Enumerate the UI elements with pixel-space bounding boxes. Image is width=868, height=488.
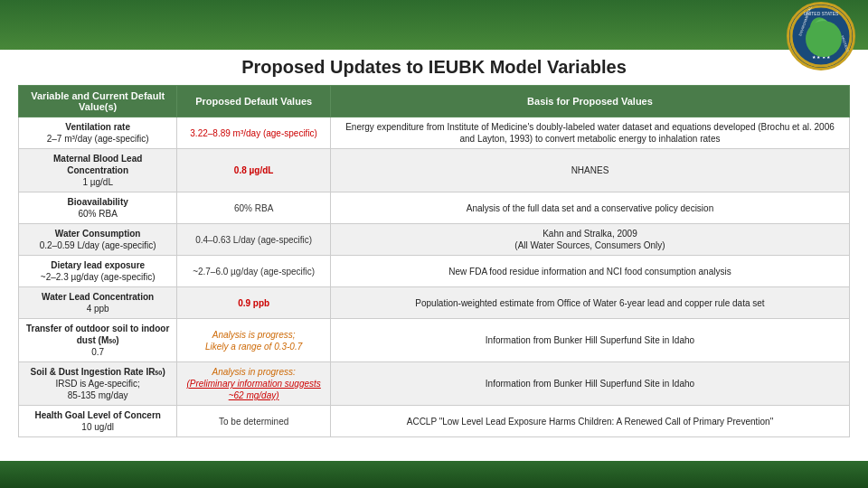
cell-basis-5: Population-weighted estimate from Office… xyxy=(330,287,849,319)
table-row: Water Lead Concentration4 ppb0.9 ppbPopu… xyxy=(19,287,850,319)
cell-proposed-0: 3.22–8.89 m³/day (age-specific) xyxy=(177,117,331,149)
col-header-variable: Variable and Current Default Value(s) xyxy=(19,86,177,117)
background-bottom xyxy=(0,461,868,488)
cell-variable-3: Water Consumption0.2–0.59 L/day (age-spe… xyxy=(19,224,177,256)
cell-basis-6: Information from Bunker Hill Superfund S… xyxy=(330,319,849,362)
main-content: Proposed Updates to IEUBK Model Variable… xyxy=(0,50,868,461)
cell-basis-4: New FDA food residue information and NCI… xyxy=(330,256,849,287)
svg-text:★ ★ ★ ★: ★ ★ ★ ★ xyxy=(812,54,831,60)
cell-variable-8: Health Goal Level of Concern10 ug/dl xyxy=(19,406,177,437)
cell-basis-1: NHANES xyxy=(330,149,849,192)
page-title: Proposed Updates to IEUBK Model Variable… xyxy=(18,57,850,78)
cell-variable-4: Dietary lead exposure~2–2.3 µg/day (age-… xyxy=(19,256,177,287)
epa-logo: ★ ★ ★ ★ UNITED STATES ENVIRONMENTAL PROT… xyxy=(787,2,859,74)
cell-proposed-4: ~2.7–6.0 µg/day (age-specific) xyxy=(177,256,331,287)
main-table: Variable and Current Default Value(s) Pr… xyxy=(18,85,850,437)
cell-variable-6: Transfer of outdoor soil to indoor dust … xyxy=(19,319,177,362)
cell-proposed-2: 60% RBA xyxy=(177,192,331,224)
svg-text:AGENCY: AGENCY xyxy=(811,47,831,52)
table-row: Health Goal Level of Concern10 ug/dlTo b… xyxy=(19,406,850,437)
cell-variable-2: Bioavailability60% RBA xyxy=(19,192,177,224)
table-row: Maternal Blood Lead Concentration1 µg/dL… xyxy=(19,149,850,192)
cell-basis-8: ACCLP "Low Level Lead Exposure Harms Chi… xyxy=(330,406,849,437)
cell-basis-0: Energy expenditure from Institute of Med… xyxy=(330,117,849,149)
col-header-proposed: Proposed Default Values xyxy=(177,86,331,117)
cell-basis-7: Information from Bunker Hill Superfund S… xyxy=(330,362,849,406)
cell-variable-0: Ventilation rate2–7 m³/day (age-specific… xyxy=(19,117,177,149)
cell-variable-5: Water Lead Concentration4 ppb xyxy=(19,287,177,319)
cell-basis-3: Kahn and Stralka, 2009(All Water Sources… xyxy=(330,224,849,256)
col-header-basis: Basis for Proposed Values xyxy=(330,86,849,117)
cell-proposed-7: Analysis in progress:(Preliminary inform… xyxy=(177,362,331,406)
cell-variable-1: Maternal Blood Lead Concentration1 µg/dL xyxy=(19,149,177,192)
cell-proposed-1: 0.8 µg/dL xyxy=(177,149,331,192)
cell-basis-2: Analysis of the full data set and a cons… xyxy=(330,192,849,224)
table-row: Transfer of outdoor soil to indoor dust … xyxy=(19,319,850,362)
table-row: Ventilation rate2–7 m³/day (age-specific… xyxy=(19,117,850,149)
cell-proposed-6: Analysis is progress;Likely a range of 0… xyxy=(177,319,331,362)
table-row: Soil & Dust Ingestion Rate IR₅₀)IRSD is … xyxy=(19,362,850,406)
cell-variable-7: Soil & Dust Ingestion Rate IR₅₀)IRSD is … xyxy=(19,362,177,406)
cell-proposed-3: 0.4–0.63 L/day (age-specific) xyxy=(177,224,331,256)
cell-proposed-8: To be determined xyxy=(177,406,331,437)
table-row: Water Consumption0.2–0.59 L/day (age-spe… xyxy=(19,224,850,256)
table-row: Bioavailability60% RBA60% RBAAnalysis of… xyxy=(19,192,850,224)
table-row: Dietary lead exposure~2–2.3 µg/day (age-… xyxy=(19,256,850,287)
cell-proposed-5: 0.9 ppb xyxy=(177,287,331,319)
background-top xyxy=(0,0,868,54)
table-header-row: Variable and Current Default Value(s) Pr… xyxy=(19,86,850,117)
